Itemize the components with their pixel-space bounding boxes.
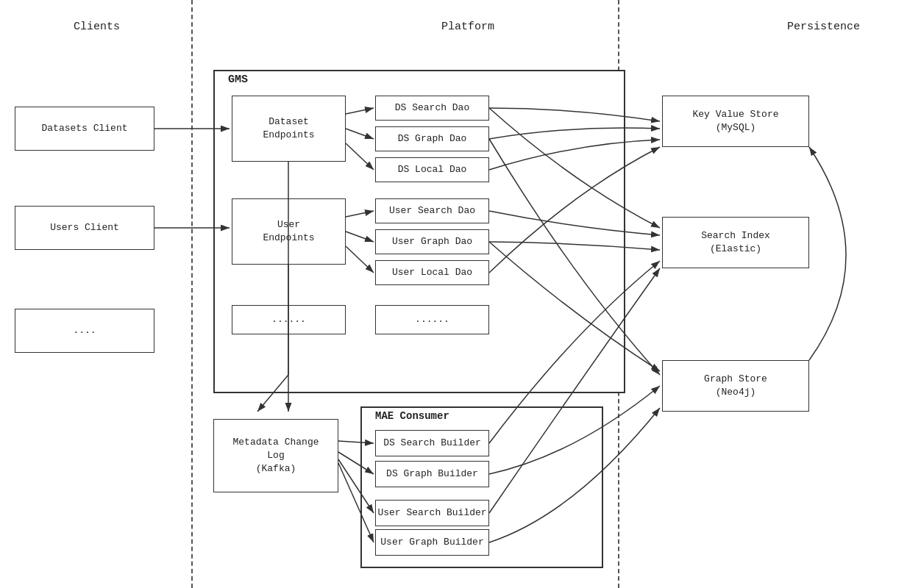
- mae-label: MAE Consumer: [375, 410, 449, 422]
- persistence-heading: Persistence: [787, 21, 860, 33]
- ds-graph-builder-box: DS Graph Builder: [375, 461, 489, 487]
- users-client-box: Users Client: [15, 206, 154, 250]
- clients-ellipsis-box: ....: [15, 309, 154, 353]
- metadata-log-box: Metadata ChangeLog(Kafka): [213, 419, 338, 492]
- clients-heading: Clients: [74, 21, 120, 33]
- user-search-dao-box: User Search Dao: [375, 198, 489, 223]
- gms-label: GMS: [228, 74, 248, 86]
- user-graph-dao-box: User Graph Dao: [375, 229, 489, 254]
- user-search-builder-box: User Search Builder: [375, 500, 489, 526]
- diagram: Clients Platform Persistence Datasets Cl…: [0, 0, 921, 588]
- ds-search-dao-box: DS Search Dao: [375, 96, 489, 121]
- endpoints-ellipsis-box: ......: [232, 305, 346, 334]
- platform-heading: Platform: [441, 21, 494, 33]
- dao-ellipsis-box: ......: [375, 305, 489, 334]
- user-graph-builder-box: User Graph Builder: [375, 529, 489, 556]
- dataset-endpoints-box: DatasetEndpoints: [232, 96, 346, 162]
- datasets-client-box: Datasets Client: [15, 107, 154, 151]
- key-value-store-box: Key Value Store(MySQL): [662, 96, 809, 147]
- user-endpoints-box: UserEndpoints: [232, 198, 346, 265]
- ds-search-builder-box: DS Search Builder: [375, 430, 489, 456]
- ds-local-dao-box: DS Local Dao: [375, 157, 489, 182]
- user-local-dao-box: User Local Dao: [375, 260, 489, 285]
- dashed-line-left: [191, 0, 193, 588]
- search-index-box: Search Index(Elastic): [662, 217, 809, 268]
- graph-store-box: Graph Store(Neo4j): [662, 360, 809, 412]
- ds-graph-dao-box: DS Graph Dao: [375, 126, 489, 151]
